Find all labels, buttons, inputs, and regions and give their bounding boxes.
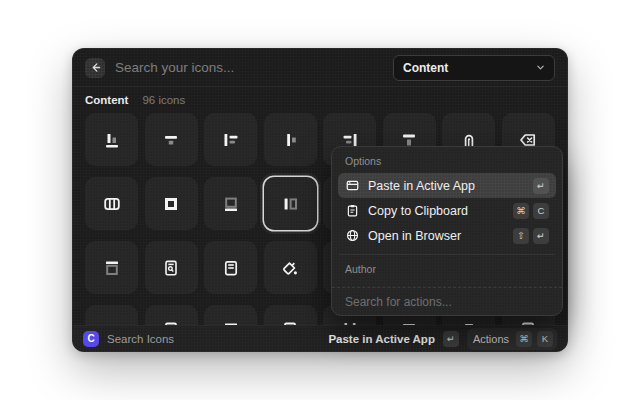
notes-icon bbox=[221, 258, 241, 278]
dock-top-icon bbox=[102, 258, 122, 278]
icon-tile-partial-1[interactable] bbox=[85, 305, 138, 327]
icon-tile-box[interactable] bbox=[145, 177, 198, 230]
icon-tile-partial-3[interactable] bbox=[204, 305, 257, 327]
document-search-icon bbox=[161, 258, 181, 278]
section-icon-count: 96 icons bbox=[142, 94, 185, 106]
key-return: ↵ bbox=[533, 228, 549, 244]
icon-tile-align-middle[interactable] bbox=[264, 113, 317, 166]
menu-divider bbox=[339, 254, 555, 255]
actions-search-bar bbox=[332, 287, 562, 315]
icon-tile-dock-top[interactable] bbox=[85, 241, 138, 294]
footer-primary-action-label[interactable]: Paste in Active App bbox=[328, 333, 435, 345]
footer-bar: C Search Icons Paste in Active App ↵ Act… bbox=[73, 325, 567, 351]
clipboard-icon bbox=[345, 203, 360, 218]
color-bucket-icon bbox=[280, 258, 300, 278]
box-icon bbox=[161, 194, 181, 214]
menu-item-open-in-browser[interactable]: Open in Browser ⇧ ↵ bbox=[338, 223, 556, 248]
menu-item-label: Paste in Active App bbox=[368, 179, 525, 193]
options-context-menu: Options Paste in Active App ↵ bbox=[331, 146, 563, 316]
align-bottom-icon bbox=[102, 130, 122, 150]
menu-item-label: Open in Browser bbox=[368, 229, 505, 243]
icon-tile-partial-2[interactable] bbox=[145, 305, 198, 327]
author-section-header: Author bbox=[338, 261, 556, 281]
carousel-icon bbox=[102, 194, 122, 214]
category-dropdown[interactable]: Content bbox=[393, 55, 555, 81]
key-command: ⌘ bbox=[516, 331, 532, 347]
dock-bottom-icon bbox=[221, 194, 241, 214]
menu-item-label: Copy to Clipboard bbox=[368, 204, 505, 218]
actions-button-label: Actions bbox=[471, 333, 511, 345]
browser-window-icon bbox=[345, 178, 360, 193]
menu-item-copy-to-clipboard[interactable]: Copy to Clipboard ⌘ C bbox=[338, 198, 556, 223]
category-dropdown-value: Content bbox=[403, 61, 536, 75]
back-button[interactable] bbox=[85, 58, 105, 78]
icon-tile-align-center[interactable] bbox=[145, 113, 198, 166]
key-command: ⌘ bbox=[513, 203, 529, 219]
key-shift: ⇧ bbox=[513, 228, 529, 244]
icon-tile-partial-4[interactable] bbox=[264, 305, 317, 327]
actions-button[interactable]: Actions ⌘ K bbox=[467, 328, 557, 350]
section-row: Content 96 icons bbox=[85, 94, 185, 106]
options-section-header: Options bbox=[338, 153, 556, 173]
icon-tile-align-left[interactable] bbox=[204, 113, 257, 166]
search-input[interactable] bbox=[115, 60, 383, 75]
footer-app-label: Search Icons bbox=[107, 333, 320, 345]
icon-tile-document-search[interactable] bbox=[145, 241, 198, 294]
icon-search-window: Content Content 96 icons bbox=[72, 48, 568, 352]
align-left-icon bbox=[221, 130, 241, 150]
header: Content bbox=[73, 49, 567, 87]
app-logo: C bbox=[83, 331, 99, 347]
key-return: ↵ bbox=[533, 178, 549, 194]
key-return: ↵ bbox=[443, 331, 459, 347]
icon-tile-carousel[interactable] bbox=[85, 177, 138, 230]
menu-item-paste-in-active-app[interactable]: Paste in Active App ↵ bbox=[338, 173, 556, 198]
arrow-left-icon bbox=[90, 62, 101, 73]
dock-left-icon bbox=[280, 194, 300, 214]
globe-icon bbox=[345, 228, 360, 243]
context-menu-list: Options Paste in Active App ↵ bbox=[332, 147, 562, 287]
screen: Content Content 96 icons bbox=[0, 0, 640, 400]
actions-search-input[interactable] bbox=[345, 295, 549, 309]
icon-tile-color-bucket[interactable] bbox=[264, 241, 317, 294]
icon-tile-dock-bottom[interactable] bbox=[204, 177, 257, 230]
key-k: K bbox=[537, 331, 553, 347]
align-center-icon bbox=[161, 130, 181, 150]
key-c: C bbox=[533, 203, 549, 219]
align-middle-icon bbox=[280, 130, 300, 150]
icon-tile-align-bottom[interactable] bbox=[85, 113, 138, 166]
icon-tile-dock-left-selected[interactable] bbox=[264, 177, 317, 230]
section-title: Content bbox=[85, 94, 128, 106]
chevron-down-icon bbox=[536, 63, 545, 72]
icon-tile-notes[interactable] bbox=[204, 241, 257, 294]
